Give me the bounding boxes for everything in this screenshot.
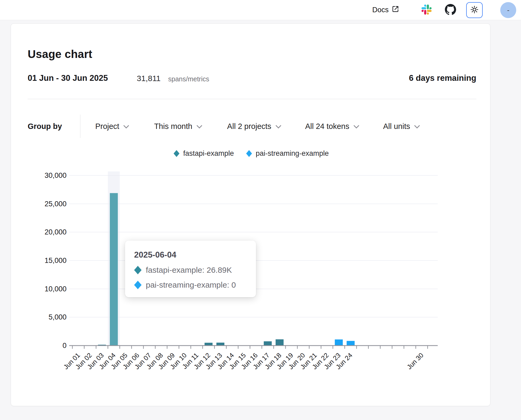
spans-count: 31,811 bbox=[137, 74, 161, 83]
sun-icon bbox=[470, 5, 479, 15]
series-diamond-icon bbox=[134, 281, 142, 289]
usage-stats-row: 01 Jun - 30 Jun 2025 31,811 spans/metric… bbox=[28, 73, 476, 85]
projects-filter-value: All 2 projects bbox=[227, 122, 271, 131]
group-by-label: Group by bbox=[28, 122, 62, 131]
billing-period: 01 Jun - 30 Jun 2025 bbox=[28, 73, 108, 83]
period-dropdown[interactable]: This month bbox=[154, 122, 200, 131]
chevron-down-icon bbox=[275, 123, 281, 128]
spans-unit-label: spans/metrics bbox=[168, 75, 209, 83]
chart-tooltip: 2025-06-04 fastapi-example: 26.89K pai-s… bbox=[125, 241, 256, 297]
legend-label: fastapi-example bbox=[183, 149, 234, 158]
user-avatar[interactable]: - bbox=[500, 2, 516, 18]
series-diamond-icon bbox=[134, 266, 142, 274]
svg-text:5,000: 5,000 bbox=[48, 313, 67, 321]
group-by-dropdown-value: Project bbox=[95, 122, 119, 131]
tooltip-row-text: pai-streaming-example: 0 bbox=[146, 280, 236, 289]
top-navigation-bar: Docs bbox=[0, 0, 521, 20]
svg-text:30,000: 30,000 bbox=[44, 171, 67, 179]
tokens-filter-dropdown[interactable]: All 24 tokens bbox=[305, 122, 358, 131]
days-remaining: 6 days remaining bbox=[409, 73, 476, 83]
projects-filter-dropdown[interactable]: All 2 projects bbox=[227, 122, 280, 131]
external-link-icon bbox=[392, 6, 399, 14]
github-button[interactable] bbox=[445, 5, 456, 16]
slack-icon bbox=[421, 5, 432, 16]
tooltip-row-text: fastapi-example: 26.89K bbox=[146, 266, 232, 275]
chevron-down-icon bbox=[353, 123, 359, 128]
legend-item-pai-streaming-example[interactable]: pai-streaming-example bbox=[246, 149, 329, 158]
svg-text:10,000: 10,000 bbox=[44, 285, 67, 293]
svg-text:0: 0 bbox=[63, 342, 67, 350]
svg-text:25,000: 25,000 bbox=[44, 200, 67, 208]
page-title: Usage chart bbox=[28, 48, 92, 61]
svg-text:20,000: 20,000 bbox=[44, 228, 67, 236]
tooltip-date: 2025-06-04 bbox=[134, 250, 247, 260]
chart-filter-row: Group by Project This month All 2 projec… bbox=[28, 119, 418, 133]
units-filter-dropdown[interactable]: All units bbox=[383, 122, 419, 131]
tooltip-row: pai-streaming-example: 0 bbox=[134, 280, 247, 289]
section-divider bbox=[28, 99, 476, 99]
legend-label: pai-streaming-example bbox=[256, 149, 329, 158]
chart-legend: fastapi-example pai-streaming-example bbox=[28, 149, 475, 158]
filter-divider bbox=[80, 115, 80, 138]
github-icon bbox=[445, 4, 456, 16]
slack-button[interactable] bbox=[421, 5, 432, 16]
series-diamond-icon bbox=[173, 150, 179, 157]
docs-link-label: Docs bbox=[372, 6, 389, 14]
docs-link[interactable]: Docs bbox=[372, 6, 399, 14]
group-by-dropdown[interactable]: Project bbox=[95, 122, 127, 131]
tooltip-row: fastapi-example: 26.89K bbox=[134, 266, 247, 275]
legend-item-fastapi-example[interactable]: fastapi-example bbox=[173, 149, 234, 158]
period-dropdown-value: This month bbox=[154, 122, 192, 131]
svg-text:15,000: 15,000 bbox=[44, 257, 67, 264]
series-diamond-icon bbox=[246, 150, 252, 157]
units-filter-value: All units bbox=[383, 122, 410, 131]
theme-toggle-button[interactable] bbox=[466, 2, 483, 18]
chevron-down-icon bbox=[196, 123, 202, 128]
avatar-text: - bbox=[507, 6, 510, 14]
chevron-down-icon bbox=[123, 123, 129, 128]
tokens-filter-value: All 24 tokens bbox=[305, 122, 349, 131]
svg-text:Jun 30: Jun 30 bbox=[405, 351, 425, 371]
